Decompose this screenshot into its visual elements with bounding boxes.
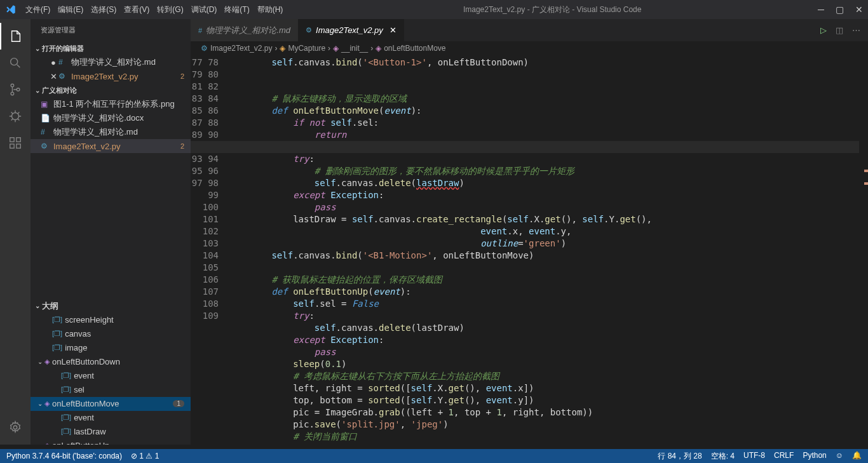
open-editor-item[interactable]: ✕ ⚙ Image2Text_v2.py 2 bbox=[31, 69, 191, 83]
activity-bar bbox=[0, 19, 31, 445]
folder-header[interactable]: ⌄广义相对论 bbox=[31, 83, 191, 97]
svg-rect-8 bbox=[17, 138, 20, 142]
feedback-icon[interactable]: ☺ bbox=[836, 451, 843, 462]
status-eol[interactable]: CRLF bbox=[774, 451, 794, 462]
menu-view[interactable]: 查看(V) bbox=[120, 4, 153, 15]
editor-area: #物理学讲义_相对论.md ⚙Image2Text_v2.py✕ ▷ ◫ ⋯ ⚙… bbox=[191, 19, 868, 445]
class-icon: ◈ bbox=[280, 44, 285, 53]
markdown-icon: # bbox=[198, 27, 202, 34]
svg-point-1 bbox=[11, 84, 14, 87]
tab[interactable]: ⚙Image2Text_v2.py✕ bbox=[298, 19, 404, 41]
svg-point-0 bbox=[11, 58, 18, 65]
source-control-icon[interactable] bbox=[0, 76, 31, 103]
window-title: Image2Text_v2.py - 广义相对论 - Visual Studio… bbox=[287, 4, 818, 15]
code-content[interactable]: self.canvas.bind('<Button-1>', onLeftBut… bbox=[229, 55, 859, 445]
outline-item[interactable]: [❐]image bbox=[31, 341, 191, 355]
dot-icon: ● bbox=[48, 58, 58, 67]
menu-edit[interactable]: 编辑(E) bbox=[54, 4, 87, 15]
line-gutter: 77 78 79 80 81 82 83 84 85 86 87 88 89 9… bbox=[191, 55, 229, 445]
outline-item[interactable]: ⌄◈onLeftButtonMove1 bbox=[31, 397, 191, 411]
more-icon[interactable]: ⋯ bbox=[852, 25, 860, 35]
minimize-icon[interactable]: ─ bbox=[818, 4, 824, 15]
menu-debug[interactable]: 调试(D) bbox=[187, 4, 221, 15]
file-item[interactable]: ▣图1-1 两个相互平行的坐标系.png bbox=[31, 97, 191, 111]
outline-item[interactable]: [❐]event bbox=[31, 411, 191, 425]
vscode-logo-icon bbox=[5, 4, 17, 15]
python-icon: ⚙ bbox=[306, 26, 312, 34]
status-position[interactable]: 行 84，列 28 bbox=[658, 451, 702, 462]
menu-help[interactable]: 帮助(H) bbox=[254, 4, 287, 15]
svg-point-2 bbox=[11, 92, 14, 95]
svg-point-3 bbox=[17, 88, 20, 91]
status-encoding[interactable]: UTF-8 bbox=[743, 451, 765, 462]
menu-file[interactable]: 文件(F) bbox=[22, 4, 54, 15]
outline-item[interactable]: ⌄◈onLeftButtonDown bbox=[31, 355, 191, 369]
outline-item[interactable]: [❐]sel bbox=[31, 383, 191, 397]
svg-point-9 bbox=[13, 426, 17, 429]
debug-icon[interactable] bbox=[0, 103, 31, 130]
breadcrumb[interactable]: ⚙Image2Text_v2.py› ◈MyCapture› ◈__init__… bbox=[191, 41, 868, 55]
menu-go[interactable]: 转到(G) bbox=[153, 4, 187, 15]
menu-bar[interactable]: 文件(F) 编辑(E) 选择(S) 查看(V) 转到(G) 调试(D) 终端(T… bbox=[22, 4, 287, 15]
dirty-icon: ✕ bbox=[390, 25, 397, 35]
settings-icon[interactable] bbox=[0, 414, 31, 441]
tab-bar: #物理学讲义_相对论.md ⚙Image2Text_v2.py✕ ▷ ◫ ⋯ bbox=[191, 19, 868, 41]
file-item[interactable]: ⚙Image2Text_v2.py2 bbox=[31, 139, 191, 153]
python-icon: ⚙ bbox=[201, 44, 208, 53]
method-icon: ◈ bbox=[376, 44, 381, 53]
outline-item[interactable]: [❐]canvas bbox=[31, 327, 191, 341]
extensions-icon[interactable] bbox=[0, 130, 31, 156]
status-lang[interactable]: Python bbox=[803, 451, 826, 462]
outline-item[interactable]: [❐]lastDraw bbox=[31, 425, 191, 439]
status-spaces[interactable]: 空格: 4 bbox=[711, 451, 735, 462]
status-problems[interactable]: ⊘ 1 ⚠ 1 bbox=[131, 452, 159, 460]
open-editor-item[interactable]: ● # 物理学讲义_相对论.md bbox=[31, 55, 191, 69]
status-python[interactable]: Python 3.7.4 64-bit ('base': conda) bbox=[6, 452, 122, 460]
svg-rect-5 bbox=[10, 138, 14, 142]
close-icon[interactable]: ✕ bbox=[48, 72, 58, 81]
svg-rect-6 bbox=[10, 144, 14, 148]
outline-item[interactable]: ⌄◈onLeftButtonUp bbox=[31, 439, 191, 445]
open-editors-header[interactable]: ⌄打开的编辑器 bbox=[31, 41, 191, 55]
explorer-icon[interactable] bbox=[0, 23, 31, 50]
file-item[interactable]: 📄物理学讲义_相对论.docx bbox=[31, 111, 191, 125]
bell-icon[interactable]: 🔔 bbox=[852, 451, 862, 462]
method-icon: ◈ bbox=[333, 44, 339, 53]
run-icon[interactable]: ▷ bbox=[820, 25, 827, 35]
search-icon[interactable] bbox=[0, 50, 31, 76]
split-icon[interactable]: ◫ bbox=[836, 25, 843, 35]
sidebar-title: 资源管理器 bbox=[31, 19, 191, 41]
maximize-icon[interactable]: ▢ bbox=[836, 4, 844, 15]
outline-item[interactable]: [❐]event bbox=[31, 369, 191, 383]
outline-header[interactable]: ⌄大纲 bbox=[31, 299, 191, 313]
file-item[interactable]: #物理学讲义_相对论.md bbox=[31, 125, 191, 139]
sidebar: 资源管理器 ⌄打开的编辑器 ● # 物理学讲义_相对论.md ✕ ⚙ Image… bbox=[31, 19, 191, 445]
minimap[interactable] bbox=[859, 55, 868, 445]
status-bar: Python 3.7.4 64-bit ('base': conda) ⊘ 1 … bbox=[0, 449, 868, 463]
code-editor[interactable]: 77 78 79 80 81 82 83 84 85 86 87 88 89 9… bbox=[191, 55, 868, 445]
menu-select[interactable]: 选择(S) bbox=[87, 4, 120, 15]
title-bar: 文件(F) 编辑(E) 选择(S) 查看(V) 转到(G) 调试(D) 终端(T… bbox=[0, 0, 868, 19]
tab[interactable]: #物理学讲义_相对论.md bbox=[191, 19, 298, 41]
close-icon[interactable]: ✕ bbox=[855, 4, 863, 15]
svg-rect-7 bbox=[17, 144, 20, 148]
outline-item[interactable]: [❐]screenHeight bbox=[31, 313, 191, 327]
menu-terminal[interactable]: 终端(T) bbox=[220, 4, 253, 15]
